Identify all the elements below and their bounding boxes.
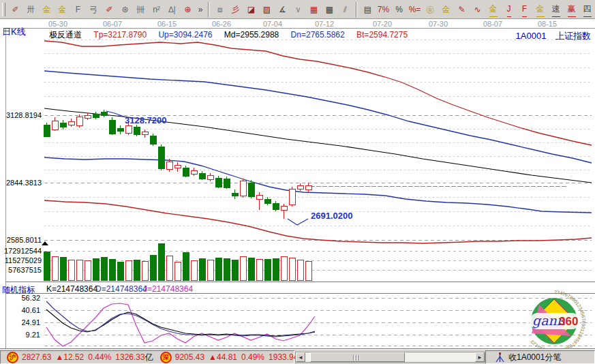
gann360-logo: 2345678901234567890123456789012345678901…: [515, 289, 590, 354]
period-label[interactable]: 日K线: [2, 26, 26, 38]
shenzhen-badge-icon[interactable]: 深: [160, 352, 172, 363]
date-tick-label: 08-07: [478, 20, 508, 28]
volume-axis-label: 115275029: [0, 256, 42, 264]
sh-amount-unit: 亿: [145, 352, 153, 363]
volume-axis-label: 172912544: [0, 247, 42, 255]
kdj-axis-label: 40.61: [0, 306, 40, 314]
sz-price: 9205.43: [175, 352, 204, 362]
low-annotation: 2691.0200: [311, 211, 352, 221]
date-tick-label: 07-30: [423, 20, 453, 28]
scrollbar-thumb[interactable]: [310, 352, 405, 362]
chart-canvas[interactable]: [0, 0, 595, 364]
channel-name: 极反通道: [49, 30, 82, 40]
date-tick-label: 05-30: [43, 20, 73, 28]
sh-amount: 1326.33: [115, 352, 144, 362]
channel-bt-value: Bt=2594.7275: [356, 30, 408, 40]
status-bar: 沪 2827.63 ▲12.52 0.44% 1326.33 亿 深 9205.…: [0, 349, 595, 364]
scroll-left-button[interactable]: ◄: [296, 352, 305, 362]
symbol-code: 1A0001: [516, 31, 547, 41]
shanghai-badge-icon[interactable]: 沪: [7, 352, 18, 363]
scroll-right-button[interactable]: ►: [475, 352, 485, 362]
date-tick-label: 07-20: [367, 20, 397, 28]
kdj-axis-label: 24.91: [0, 318, 40, 327]
sh-pct: 0.44%: [88, 352, 111, 362]
index-quotes-section: 沪 2827.63 ▲12.52 0.44% 1326.33 亿 深 9205.…: [0, 350, 294, 364]
date-tick-label: 06-07: [97, 20, 127, 28]
horizontal-scrollbar[interactable]: ◄ ►: [295, 352, 485, 363]
volume-axis-label: 57637515: [0, 266, 42, 274]
kdj-j-value: J=214748364: [143, 284, 193, 294]
sh-price: 2827.63: [22, 352, 51, 362]
kdj-axis-label: 9.21: [0, 331, 40, 339]
sz-pct: 0.49%: [241, 352, 264, 362]
date-tick-label: 07-04: [258, 20, 288, 28]
date-tick-label: 08-15: [532, 20, 562, 28]
feed-status-section: 收1A0001分笔: [485, 350, 595, 364]
date-tick-label: 07-12: [309, 20, 339, 28]
channel-up-value: Up=3094.2476: [158, 30, 212, 40]
date-tick-label: 06-26: [207, 20, 237, 28]
price-axis-label: 3128.8194: [0, 111, 42, 119]
antenna-icon[interactable]: [495, 352, 504, 363]
sh-change: ▲12.52: [55, 352, 84, 362]
feed-status-label: 收1A0001分笔: [508, 352, 561, 363]
channel-header: 极反通道 Tp=3217.8790 Up=3094.2476 Md=2955.2…: [49, 29, 417, 41]
sz-change: ▲44.81: [209, 352, 237, 362]
sz-amount: 1933.94: [269, 352, 298, 362]
price-axis-label: 2585.8011: [0, 236, 42, 244]
price-axis-label: 2844.3813: [0, 179, 42, 187]
kdj-d-value: D=214748364: [95, 284, 147, 294]
scrollbar-grip: [353, 355, 360, 361]
kdj-k-value: K=214748364: [46, 284, 97, 294]
channel-md-value: Md=2955.2988: [224, 30, 279, 40]
kdj-axis-label: 56.32: [0, 294, 40, 302]
symbol-header: 1A0001 上证指数: [516, 30, 591, 42]
channel-dn-value: Dn=2765.5862: [291, 30, 345, 40]
logo-360-text: 360: [559, 315, 578, 328]
date-tick-label: 06-15: [152, 20, 182, 28]
symbol-name: 上证指数: [555, 31, 591, 41]
channel-tp-value: Tp=3217.8790: [93, 30, 147, 40]
stock-chart-app: ✐卅金金F弓✐⊛卌n²∆|⊕»⧈彡◪▨∡∨▦▩⫽▤7%%%=㊎金✎∿金JF金速赢…: [0, 0, 595, 364]
high-annotation: 3128.7200: [125, 115, 166, 125]
